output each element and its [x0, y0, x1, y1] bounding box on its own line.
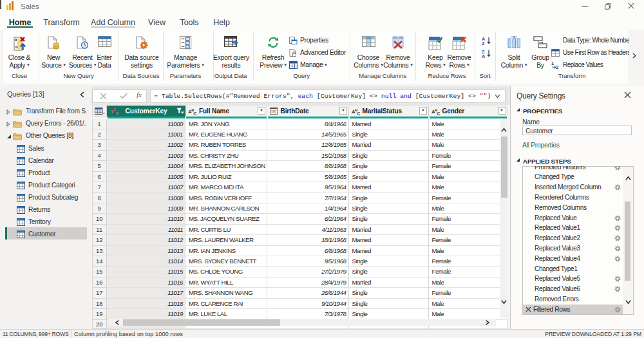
svg-text:c: c — [273, 110, 274, 113]
svg-text:C: C — [193, 111, 196, 115]
svg-text:A: A — [482, 53, 486, 59]
svg-text:C: C — [437, 111, 440, 115]
svg-text:Z: Z — [482, 41, 485, 46]
svg-text:3: 3 — [116, 111, 118, 115]
svg-text:C: C — [357, 111, 360, 115]
svg-text:1: 1 — [551, 61, 554, 66]
svg-text:2: 2 — [556, 64, 558, 70]
